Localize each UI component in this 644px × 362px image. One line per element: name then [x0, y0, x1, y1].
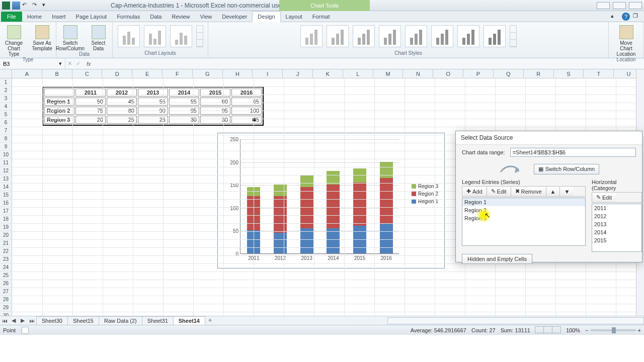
column-header[interactable]: M — [373, 69, 404, 78]
column-header[interactable]: B — [42, 69, 72, 78]
tab-insert[interactable]: Insert — [47, 12, 71, 22]
column-header[interactable]: R — [524, 69, 554, 78]
style-thumb[interactable] — [300, 25, 323, 47]
column-header[interactable]: J — [283, 69, 313, 78]
column-header[interactable]: S — [554, 69, 584, 78]
tab-layout[interactable]: Layout — [281, 12, 307, 22]
tab-file[interactable]: File — [1, 12, 22, 22]
tab-format[interactable]: Format — [307, 12, 335, 22]
select-all-triangle[interactable] — [0, 69, 12, 78]
view-buttons[interactable] — [535, 326, 561, 334]
sheet-tab[interactable]: Sheet14 — [173, 316, 205, 325]
change-chart-type-button[interactable]: Change Chart Type — [2, 25, 26, 57]
style-thumb[interactable] — [405, 25, 427, 47]
row-header[interactable]: 1 — [0, 78, 12, 86]
row-header[interactable]: 22 — [0, 247, 12, 255]
column-header[interactable]: O — [433, 69, 463, 78]
series-item[interactable]: Region 2 — [462, 206, 585, 214]
row-header[interactable]: 12 — [0, 167, 12, 175]
row-header[interactable]: 5 — [0, 111, 12, 119]
category-item[interactable]: 2011 — [592, 204, 641, 212]
sheet-tab[interactable]: Raw Data (2) — [99, 316, 142, 325]
row-header[interactable]: 19 — [0, 223, 12, 231]
row-header[interactable]: 4 — [0, 103, 12, 111]
maximize-button[interactable] — [613, 2, 626, 9]
sheet-tab[interactable]: Sheet31 — [142, 316, 174, 325]
undo-icon[interactable]: ↶ — [22, 2, 30, 10]
column-header[interactable]: F — [163, 69, 193, 78]
sheet-tab[interactable]: Sheet30 — [36, 316, 68, 325]
cancel-formula-icon[interactable]: ✕ — [65, 60, 74, 67]
category-item[interactable]: 2012 — [592, 212, 641, 220]
tab-data[interactable]: Data — [145, 12, 167, 22]
move-chart-button[interactable]: Move Chart Location — [614, 25, 638, 57]
close-button[interactable] — [629, 2, 642, 9]
row-header[interactable]: 7 — [0, 127, 12, 135]
save-icon[interactable] — [12, 2, 20, 10]
column-header[interactable]: C — [72, 69, 103, 78]
prev-sheet-icon[interactable]: ◀ — [9, 317, 18, 324]
category-item[interactable]: 2015 — [592, 236, 641, 244]
column-header[interactable]: I — [253, 69, 283, 78]
row-header[interactable]: 15 — [0, 191, 12, 199]
tab-review[interactable]: Review — [167, 12, 195, 22]
select-data-source-dialog[interactable]: Select Data Source Chart data range: =Sh… — [455, 131, 642, 262]
qat-dropdown-icon[interactable]: ▾ — [42, 2, 50, 10]
layouts-more-icon[interactable] — [196, 25, 203, 47]
row-header[interactable]: 10 — [0, 151, 12, 159]
column-header[interactable]: N — [403, 69, 433, 78]
edit-series-button[interactable]: ✎Edit — [487, 187, 511, 196]
row-header[interactable]: 13 — [0, 175, 12, 183]
save-as-template-button[interactable]: Save As Template — [30, 25, 54, 51]
move-down-button[interactable]: ▼ — [560, 187, 574, 196]
row-header[interactable]: 8 — [0, 135, 12, 143]
column-header[interactable]: P — [463, 69, 494, 78]
chart-styles-gallery[interactable] — [300, 23, 517, 47]
add-series-button[interactable]: ✚Add — [462, 187, 487, 196]
edit-categories-button[interactable]: ✎Edit — [592, 193, 616, 202]
redo-icon[interactable]: ↷ — [32, 2, 40, 10]
column-header[interactable]: A — [12, 69, 42, 78]
hidden-empty-cells-button[interactable]: Hidden and Empty Cells — [462, 254, 532, 264]
minimize-ribbon-icon[interactable]: ▴ — [611, 13, 619, 21]
row-header[interactable]: 14 — [0, 183, 12, 191]
styles-more-icon[interactable] — [510, 25, 517, 47]
style-thumb[interactable] — [379, 25, 401, 47]
row-header[interactable]: 28 — [0, 296, 12, 304]
select-data-button[interactable]: Select Data — [87, 25, 111, 51]
tab-page-layout[interactable]: Page Layout — [71, 12, 112, 22]
row-header[interactable]: 6 — [0, 119, 12, 127]
series-item[interactable]: Region 3 — [462, 214, 585, 222]
row-header[interactable]: 30 — [0, 312, 12, 316]
row-header[interactable]: 21 — [0, 239, 12, 247]
row-header[interactable]: 29 — [0, 304, 12, 312]
row-header[interactable]: 11 — [0, 159, 12, 167]
style-thumb[interactable] — [353, 25, 375, 47]
help-icon[interactable]: ? — [622, 13, 630, 21]
tab-design[interactable]: Design — [252, 11, 280, 22]
embedded-chart[interactable]: 050100150200250201120122013201420152016 … — [217, 133, 445, 268]
row-header[interactable]: 26 — [0, 280, 12, 288]
zoom-level[interactable]: 100% — [566, 327, 580, 333]
layout-thumb[interactable] — [170, 25, 192, 47]
style-thumb[interactable] — [457, 25, 479, 47]
row-header[interactable]: 27 — [0, 288, 12, 296]
row-header[interactable]: 20 — [0, 231, 12, 239]
row-header[interactable]: 16 — [0, 199, 12, 207]
column-header[interactable]: K — [313, 69, 343, 78]
column-header[interactable]: E — [132, 69, 163, 78]
tab-developer[interactable]: Developer — [217, 12, 252, 22]
first-sheet-icon[interactable]: ⏮ — [0, 318, 9, 324]
series-listbox[interactable]: ↖ Region 1Region 2Region 3 — [462, 198, 586, 246]
layout-thumb[interactable] — [118, 25, 140, 47]
switch-row-column-button[interactable]: Switch Row/Column — [58, 25, 83, 51]
macro-record-icon[interactable] — [22, 327, 29, 334]
chart-data-range-input[interactable]: =Sheet14!$B$3:$H$6 — [510, 148, 636, 157]
category-item[interactable]: 2013 — [592, 220, 641, 228]
row-header[interactable]: 24 — [0, 263, 12, 272]
sheet-tab[interactable]: Sheet15 — [67, 316, 99, 325]
series-item[interactable]: Region 1 — [462, 198, 585, 206]
row-header[interactable]: 17 — [0, 207, 12, 215]
row-headers[interactable]: 1234567891011121314151617181920212223242… — [0, 78, 12, 316]
move-up-button[interactable]: ▲ — [546, 187, 560, 196]
